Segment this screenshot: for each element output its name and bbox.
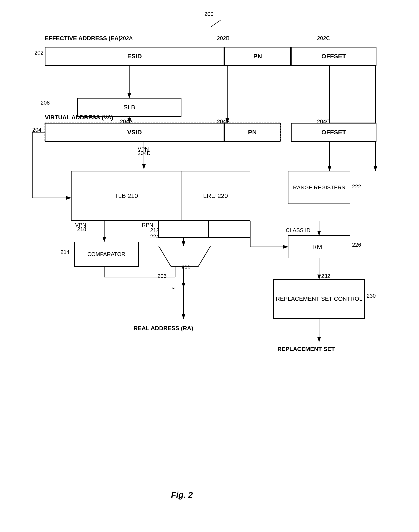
diagram: 200 EFFECTIVE ADDRESS (EA) 202A 202B 202… bbox=[0, 0, 419, 532]
ref-232: 232 bbox=[321, 273, 330, 279]
svg-line-2 bbox=[211, 20, 221, 27]
ea-pn-box: PN bbox=[224, 47, 291, 66]
ref-224: 224 bbox=[150, 233, 159, 240]
rmt-box: RMT bbox=[288, 235, 350, 258]
tlb-box: TLB 210 bbox=[71, 171, 182, 221]
ref-226: 226 bbox=[352, 242, 361, 248]
ref-204D: 204D bbox=[138, 150, 151, 156]
ref-216: 216 bbox=[182, 263, 190, 270]
slb-box: SLB bbox=[77, 98, 182, 117]
comparator-box: COMPARATOR bbox=[74, 242, 139, 267]
replacement-set-control-box: REPLACEMENT SET CONTROL bbox=[273, 279, 365, 319]
ref-230: 230 bbox=[367, 293, 376, 299]
virtual-address-label: VIRTUAL ADDRESS (VA) bbox=[45, 114, 113, 121]
ref-202C: 202C bbox=[317, 35, 330, 41]
ref-200: 200 bbox=[204, 11, 213, 17]
ref-222: 222 bbox=[352, 183, 361, 190]
fig-label: Fig. 2 bbox=[171, 490, 193, 500]
effective-address-label: EFFECTIVE ADDRESS (EA) bbox=[45, 35, 120, 42]
ref-202: 202 bbox=[34, 49, 43, 56]
ref-202A: 202A bbox=[120, 35, 133, 41]
va-offset-box: OFFSET bbox=[291, 123, 377, 142]
ref-218: 218 bbox=[77, 226, 86, 233]
ea-offset-box: OFFSET bbox=[291, 47, 377, 66]
real-address-label: REAL ADDRESS (RA) bbox=[133, 325, 193, 332]
va-vsid-box: VSID bbox=[45, 123, 224, 142]
class-id-label: CLASS ID bbox=[286, 227, 311, 234]
ref-202B: 202B bbox=[217, 35, 230, 41]
ref-206: 206 bbox=[157, 273, 166, 279]
va-pn-box: PN bbox=[224, 123, 280, 142]
replacement-set-label: REPLACEMENT SET bbox=[277, 346, 335, 352]
ref-214: 214 bbox=[61, 249, 69, 255]
ea-esid-box: ESID bbox=[45, 47, 224, 66]
ref-208: 208 bbox=[41, 99, 50, 106]
ref-204: 204 bbox=[32, 127, 41, 133]
lru-box: LRU 220 bbox=[182, 171, 250, 221]
range-registers-box: RANGE REGISTERS bbox=[288, 171, 350, 204]
ref-212: 212 bbox=[150, 227, 159, 234]
